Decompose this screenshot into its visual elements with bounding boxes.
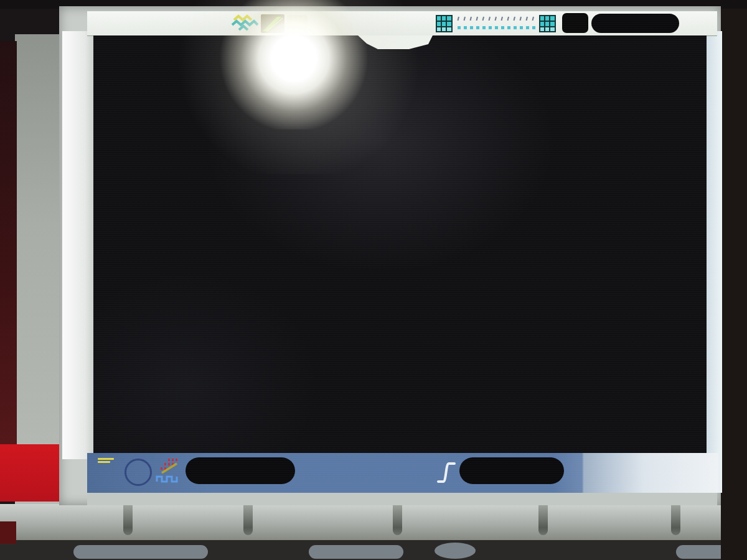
- photo-right-shadow: [721, 0, 747, 560]
- bandwidth-limit-icon: [125, 459, 152, 486]
- front-panel-strip: [0, 504, 747, 541]
- waveform-logo-icon: [230, 14, 259, 32]
- front-button[interactable]: [309, 545, 403, 559]
- scope-left-panel: [15, 34, 61, 507]
- panel-notch: [243, 505, 253, 535]
- rising-edge-icon: [437, 460, 456, 484]
- front-button[interactable]: [73, 545, 208, 559]
- trigger-position-tab: [358, 35, 433, 50]
- oscilloscope-photo: [0, 0, 747, 560]
- ramp-slope-icon: [261, 14, 284, 33]
- glare-washed-icon: [287, 15, 308, 31]
- coupling-dc-bars: [98, 461, 110, 463]
- timebase-icon: [562, 13, 588, 33]
- status-bar-top: [87, 11, 717, 36]
- memory-grid-left-icon: [436, 15, 453, 32]
- bezel-glare-left: [62, 31, 95, 459]
- red-tape-lower: [0, 521, 16, 544]
- front-knob[interactable]: [435, 543, 476, 559]
- panel-notch: [671, 505, 680, 535]
- left-edge-shadow-strip: [0, 41, 17, 449]
- digital-filter-icon: [156, 458, 181, 484]
- memory-window-ticks: [457, 15, 538, 32]
- status-bar-blank-segment: [582, 453, 718, 493]
- panel-notch: [393, 505, 402, 535]
- memory-grid-right-icon: [539, 15, 556, 32]
- panel-notch: [123, 505, 133, 535]
- waveform-display: [93, 35, 707, 453]
- coupling-dc-bars: [98, 458, 114, 460]
- bezel-glare-right: [706, 31, 722, 493]
- panel-notch: [538, 505, 548, 535]
- ch1-scale-readout: [186, 457, 295, 484]
- red-tape-left: [0, 444, 59, 502]
- ch1-trace: [93, 35, 707, 453]
- coupling-indicator: [96, 457, 121, 488]
- timebase-readout: [591, 14, 679, 33]
- bezel-bottom-edge: [87, 493, 717, 505]
- trigger-level-readout: [459, 457, 564, 484]
